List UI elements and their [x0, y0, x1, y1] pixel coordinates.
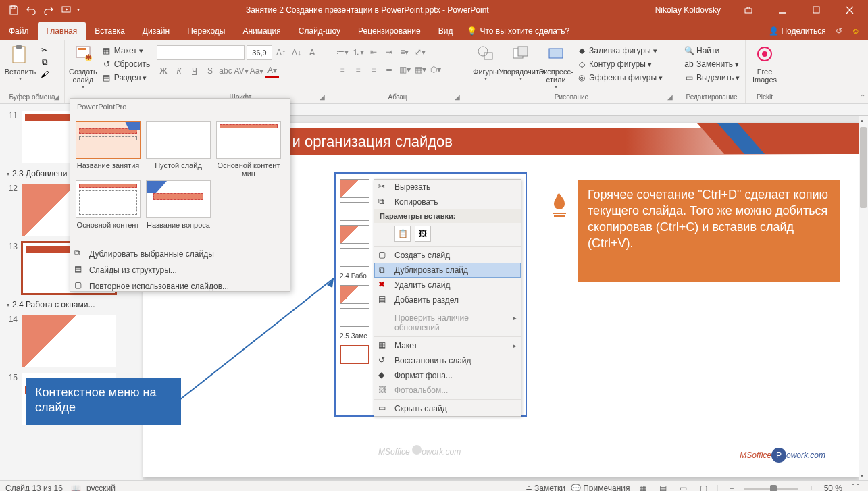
ctx-restore-slide[interactable]: ↺Восстановить слайд — [374, 353, 521, 368]
clear-format-icon[interactable]: A̶ — [305, 46, 319, 59]
tab-transitions[interactable]: Переходы — [178, 22, 234, 40]
zoom-in-icon[interactable]: + — [804, 482, 819, 491]
undo-icon[interactable] — [24, 3, 38, 17]
grow-font-icon[interactable]: A↑ — [274, 46, 288, 59]
replace-button[interactable]: abЗаменить ▾ — [682, 58, 741, 70]
ctx-copy[interactable]: ⧉Копировать — [374, 195, 521, 209]
ribbon-options-icon[interactable] — [733, 0, 764, 20]
format-painter-icon[interactable]: 🖌 — [39, 69, 50, 80]
tab-file[interactable]: Файл — [0, 22, 38, 40]
ctx-duplicate-slide[interactable]: ⧉Дублировать слайд — [374, 263, 521, 278]
ctx-delete-slide[interactable]: ✖Удалить слайд — [374, 278, 521, 292]
comments-button[interactable]: 💬 Примечания — [571, 484, 630, 491]
scroll-up-icon[interactable]: ▴ — [861, 118, 863, 124]
spellcheck-icon[interactable]: 📖 — [71, 484, 81, 491]
close-button[interactable] — [834, 0, 865, 20]
tab-animations[interactable]: Анимация — [234, 22, 289, 40]
redo-icon[interactable] — [42, 3, 55, 17]
tab-insert[interactable]: Вставка — [86, 22, 134, 40]
layout-item-1[interactable]: Пустой слайд — [145, 121, 212, 178]
tab-review[interactable]: Рецензирование — [349, 22, 430, 40]
cut-icon[interactable]: ✂ — [39, 45, 50, 55]
drawing-launcher[interactable]: ◢ — [667, 93, 675, 101]
align-left-icon[interactable]: ≡ — [336, 63, 349, 76]
reuse-slides[interactable]: ▢Повторное использование слайдов... — [70, 278, 290, 294]
vertical-scrollbar[interactable]: ▴ ▾ — [859, 116, 868, 480]
font-size-combo[interactable]: 36,9 — [247, 45, 272, 60]
case-icon[interactable]: Aa▾ — [250, 64, 263, 78]
scrollbar-thumb[interactable] — [860, 127, 867, 208]
select-button[interactable]: ▭Выделить ▾ — [682, 72, 741, 84]
paste-option-theme[interactable]: 📋 — [394, 226, 411, 242]
sorter-view-icon[interactable]: ▤ — [656, 482, 671, 491]
copy-icon[interactable]: ⧉ — [39, 57, 50, 68]
find-button[interactable]: 🔍Найти — [682, 45, 741, 57]
bullets-icon[interactable]: ≔▾ — [336, 45, 349, 59]
notes-button[interactable]: ≐ Заметки — [526, 484, 565, 491]
strike-icon[interactable]: S — [203, 64, 217, 78]
maximize-button[interactable] — [800, 0, 832, 20]
ctx-new-slide[interactable]: ▢Создать слайд — [374, 248, 521, 263]
text-direction-icon[interactable]: ⤢▾ — [413, 45, 427, 59]
italic-icon[interactable]: К — [172, 64, 186, 78]
collapse-ribbon-icon[interactable]: ⌃ — [860, 93, 865, 101]
columns-icon[interactable]: ▥▾ — [398, 63, 411, 76]
share-button[interactable]: 👤 Поделиться — [769, 26, 826, 36]
align-right-icon[interactable]: ≡ — [367, 63, 380, 76]
section-button[interactable]: ▤Раздел ▾ — [100, 72, 151, 84]
new-slide-button[interactable]: ✱ Создать слайд ▾ — [69, 42, 97, 102]
layout-button[interactable]: ▦Макет ▾ — [100, 45, 151, 57]
font-launcher[interactable]: ◢ — [320, 93, 328, 101]
ctx-cut[interactable]: ✂Вырезать — [374, 180, 521, 195]
layout-item-3[interactable]: Основной контент — [74, 180, 142, 237]
font-name-combo[interactable] — [157, 45, 245, 60]
slideshow-icon[interactable] — [59, 3, 73, 17]
duplicate-selected-slides[interactable]: ⧉Дублировать выбранные слайды — [70, 246, 290, 262]
scroll-down-icon[interactable]: ▾ — [861, 473, 863, 479]
paste-option-picture[interactable]: 🖼 — [415, 226, 431, 242]
layout-item-4[interactable]: Название вопроса — [145, 180, 212, 237]
indent-inc-icon[interactable]: ⇥ — [382, 45, 396, 59]
ctx-format-background[interactable]: ◆Формат фона... — [374, 368, 521, 383]
ctx-add-section[interactable]: ▤Добавить раздел — [374, 292, 521, 307]
thumbnail-14[interactable]: 14 — [0, 312, 128, 370]
shape-effects-button[interactable]: ◎Эффекты фигуры ▾ — [575, 72, 664, 84]
reset-button[interactable]: ↺Сбросить — [100, 58, 151, 70]
align-center-icon[interactable]: ≡ — [351, 63, 365, 76]
zoom-level[interactable]: 50 % — [824, 484, 842, 491]
spacing-icon[interactable]: AV▾ — [234, 64, 248, 78]
save-icon[interactable] — [7, 3, 20, 17]
slides-from-outline[interactable]: ▤Слайды из структуры... — [70, 262, 290, 278]
status-language[interactable]: русский — [86, 484, 116, 491]
section-2-4[interactable]: ▾2.4 Работа с окнами... — [0, 297, 128, 312]
align-text-icon[interactable]: ▦▾ — [413, 63, 427, 76]
paragraph-launcher[interactable]: ◢ — [455, 93, 463, 101]
zoom-out-icon[interactable]: − — [724, 482, 739, 491]
shape-outline-button[interactable]: ◇Контур фигуры ▾ — [575, 58, 664, 70]
minimize-button[interactable] — [767, 0, 798, 20]
tab-slideshow[interactable]: Слайд-шоу — [290, 22, 349, 40]
bold-icon[interactable]: Ж — [157, 64, 170, 78]
tell-me[interactable]: 💡Что вы хотите сделать? — [467, 26, 569, 40]
clipboard-launcher[interactable]: ◢ — [54, 93, 62, 101]
justify-icon[interactable]: ≣ — [382, 63, 396, 76]
reading-view-icon[interactable]: ▭ — [676, 482, 691, 491]
emoji-icon[interactable]: ☺ — [852, 26, 860, 36]
tab-view[interactable]: Вид — [430, 22, 462, 40]
normal-view-icon[interactable]: ▦ — [636, 482, 650, 491]
user-name[interactable]: Nikolay Koldovsky — [655, 5, 721, 15]
font-color-icon[interactable]: A▾ — [265, 64, 279, 78]
history-icon[interactable]: ↺ — [836, 26, 842, 36]
ctx-hide-slide[interactable]: ▭Скрыть слайд — [374, 401, 521, 416]
slideshow-view-icon[interactable]: ▢ — [696, 482, 711, 491]
numbering-icon[interactable]: ⒈▾ — [351, 45, 365, 59]
ctx-layout[interactable]: ▦Макет▸ — [374, 338, 521, 353]
smartart-icon[interactable]: ⬡▾ — [429, 63, 442, 76]
underline-icon[interactable]: Ч — [188, 64, 201, 78]
shrink-font-icon[interactable]: A↓ — [290, 46, 303, 59]
shadow-icon[interactable]: abc — [219, 64, 232, 78]
indent-dec-icon[interactable]: ⇤ — [367, 45, 380, 59]
shape-fill-button[interactable]: ◆Заливка фигуры ▾ — [575, 45, 664, 57]
tab-home[interactable]: Главная — [38, 22, 86, 40]
fit-window-icon[interactable]: ⛶ — [848, 482, 863, 491]
